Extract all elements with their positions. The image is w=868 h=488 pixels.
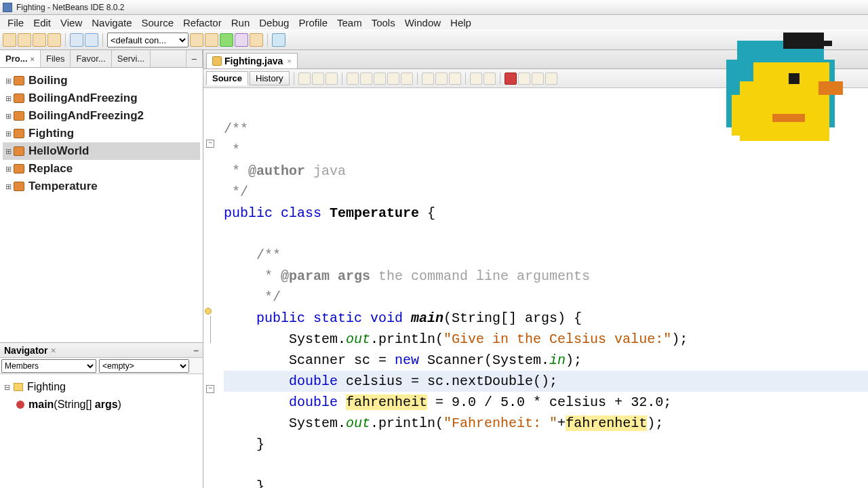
minimize-panel-icon[interactable]: – bbox=[186, 50, 203, 67]
menu-tools[interactable]: Tools bbox=[367, 16, 400, 30]
editor-tool-icon[interactable] bbox=[374, 73, 386, 85]
editor-tool-icon[interactable] bbox=[449, 73, 461, 85]
close-icon[interactable]: × bbox=[287, 57, 291, 65]
menu-profile[interactable]: Profile bbox=[294, 16, 332, 30]
editor-tool-icon[interactable] bbox=[298, 73, 311, 85]
nav-class[interactable]: ⊟Fighting bbox=[4, 378, 199, 396]
nav-options-icon[interactable] bbox=[191, 360, 203, 372]
navigator-tree[interactable]: ⊟Fighting main(String[] args) bbox=[0, 374, 203, 488]
new-file-icon[interactable] bbox=[3, 33, 16, 47]
editor-tool-icon[interactable] bbox=[422, 73, 434, 85]
svg-rect-8 bbox=[818, 81, 843, 95]
undo-icon[interactable] bbox=[70, 33, 83, 47]
project-icon bbox=[14, 94, 24, 103]
menu-refactor[interactable]: Refactor bbox=[178, 16, 226, 30]
fold-toggle-icon[interactable]: − bbox=[206, 140, 214, 148]
navigator-view-select[interactable]: Members bbox=[1, 359, 96, 373]
project-icon bbox=[14, 164, 24, 174]
editor-tool-icon[interactable] bbox=[326, 73, 338, 85]
history-view-button[interactable]: History bbox=[250, 71, 289, 85]
editor-tab-fighting[interactable]: Fighting.java × bbox=[206, 53, 298, 68]
editor-tool-icon[interactable] bbox=[387, 73, 399, 85]
window-titlebar: Fighting - NetBeans IDE 8.0.2 bbox=[0, 0, 868, 15]
project-icon bbox=[14, 182, 24, 191]
menu-team[interactable]: Team bbox=[332, 16, 367, 30]
editor-tool-icon[interactable] bbox=[347, 73, 359, 85]
navigator-title: Navigator bbox=[4, 345, 48, 356]
project-helloworld[interactable]: ⊞HelloWorld bbox=[3, 142, 200, 160]
new-project-icon[interactable] bbox=[18, 33, 31, 47]
method-icon bbox=[16, 401, 24, 409]
fold-toggle-icon[interactable]: − bbox=[206, 385, 214, 393]
java-file-icon bbox=[212, 56, 222, 66]
redo-icon[interactable] bbox=[85, 33, 98, 47]
debug-icon[interactable] bbox=[235, 33, 248, 47]
run-icon[interactable] bbox=[220, 33, 233, 47]
source-view-button[interactable]: Source bbox=[206, 71, 248, 85]
minimize-panel-icon[interactable]: – bbox=[193, 345, 199, 356]
clean-build-icon[interactable] bbox=[205, 33, 218, 47]
menu-window[interactable]: Window bbox=[400, 16, 446, 30]
svg-rect-7 bbox=[789, 73, 800, 84]
run-config-select[interactable]: <default con... bbox=[107, 33, 189, 47]
menu-edit[interactable]: Edit bbox=[28, 16, 56, 30]
tab-favorites[interactable]: Favor... bbox=[71, 50, 111, 67]
build-icon[interactable] bbox=[190, 33, 203, 47]
editor-tool-icon[interactable] bbox=[470, 73, 482, 85]
class-icon bbox=[14, 383, 23, 391]
editor-tool-icon[interactable] bbox=[532, 73, 544, 85]
nav-method-main[interactable]: main(String[] args) bbox=[4, 396, 199, 413]
project-icon bbox=[14, 129, 24, 138]
menu-source[interactable]: Source bbox=[136, 16, 178, 30]
menu-file[interactable]: File bbox=[3, 16, 28, 30]
project-boiling[interactable]: ⊞Boiling bbox=[3, 72, 200, 89]
step-icon[interactable] bbox=[272, 33, 285, 47]
app-icon bbox=[3, 3, 12, 12]
navigator-filter-select[interactable]: <empty> bbox=[99, 359, 189, 373]
svg-rect-9 bbox=[772, 114, 805, 122]
duck-logo-icon bbox=[709, 33, 852, 155]
svg-rect-2 bbox=[783, 33, 824, 49]
project-icon bbox=[14, 111, 24, 121]
window-title: Fighting - NetBeans IDE 8.0.2 bbox=[16, 3, 124, 12]
menu-view[interactable]: View bbox=[56, 16, 87, 30]
project-boilingandfreezing2[interactable]: ⊞BoilingAndFreezing2 bbox=[3, 107, 200, 125]
project-icon bbox=[14, 146, 24, 156]
project-fighting[interactable]: ⊞Fighting bbox=[3, 125, 200, 142]
editor-tool-icon[interactable] bbox=[360, 73, 372, 85]
tab-services[interactable]: Servi... bbox=[112, 50, 151, 67]
menu-navigate[interactable]: Navigate bbox=[87, 16, 136, 30]
close-icon[interactable]: × bbox=[31, 55, 35, 63]
project-temperature[interactable]: ⊞Temperature bbox=[3, 178, 200, 195]
editor-tool-icon[interactable] bbox=[312, 73, 324, 85]
menu-debug[interactable]: Debug bbox=[254, 16, 294, 30]
tab-projects[interactable]: Pro...× bbox=[0, 50, 41, 67]
projects-tree[interactable]: ⊞Boiling ⊞BoilingAndFreezing ⊞BoilingAnd… bbox=[0, 68, 203, 342]
save-all-icon[interactable] bbox=[47, 33, 61, 47]
editor-tool-icon[interactable] bbox=[484, 73, 496, 85]
editor-tool-icon[interactable] bbox=[435, 73, 448, 85]
profile-icon[interactable] bbox=[250, 33, 263, 47]
project-replace[interactable]: ⊞Replace bbox=[3, 160, 200, 178]
editor-tool-icon[interactable] bbox=[401, 73, 413, 85]
editor-tool-icon[interactable] bbox=[518, 73, 530, 85]
breakpoint-icon[interactable] bbox=[505, 73, 517, 85]
open-project-icon[interactable] bbox=[33, 33, 46, 47]
project-icon bbox=[14, 76, 24, 85]
menubar: File Edit View Navigate Source Refactor … bbox=[0, 15, 868, 30]
navigator-panel: Navigator × – Members <empty> ⊟Fighting … bbox=[0, 342, 203, 488]
menu-run[interactable]: Run bbox=[226, 16, 255, 30]
project-boilingandfreezing[interactable]: ⊞BoilingAndFreezing bbox=[3, 89, 200, 107]
editor-tool-icon[interactable] bbox=[545, 73, 557, 85]
menu-help[interactable]: Help bbox=[446, 16, 476, 30]
tab-files[interactable]: Files bbox=[41, 50, 71, 67]
close-icon[interactable]: × bbox=[51, 345, 56, 356]
svg-rect-3 bbox=[818, 41, 832, 46]
left-panel-tabs: Pro...× Files Favor... Servi... – bbox=[0, 50, 203, 68]
